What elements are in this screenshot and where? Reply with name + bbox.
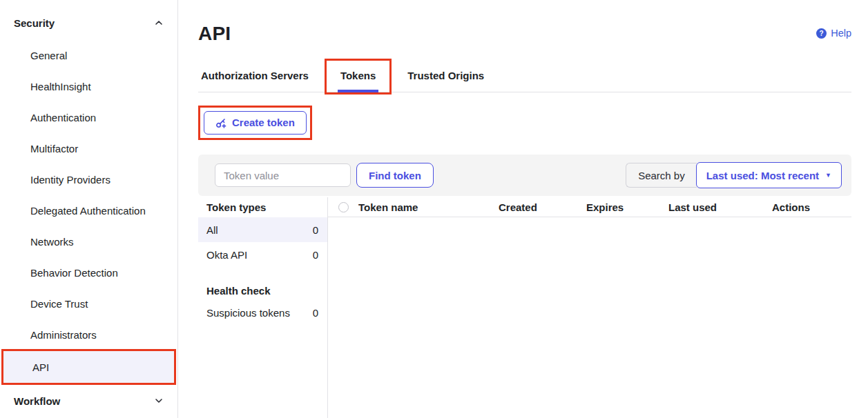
token-type-okta-api-count: 0 xyxy=(313,249,318,261)
token-type-suspicious-tokens[interactable]: Suspicious tokens 0 xyxy=(198,300,327,325)
sidebar-section-workflow[interactable]: Workflow xyxy=(0,392,177,410)
token-type-okta-api-label: Okta API xyxy=(206,249,247,261)
token-type-suspicious-label: Suspicious tokens xyxy=(206,307,290,319)
token-type-all[interactable]: All 0 xyxy=(198,217,327,242)
sidebar-security-items: General HealthInsight Authentication Mul… xyxy=(0,40,177,385)
sidebar-item-multifactor[interactable]: Multifactor xyxy=(0,133,177,164)
search-by-label: Search by xyxy=(626,163,697,188)
sidebar-section-workflow-label: Workflow xyxy=(14,395,60,407)
column-expires: Expires xyxy=(586,201,668,213)
token-type-all-label: All xyxy=(206,224,218,236)
chevron-up-icon xyxy=(154,18,164,28)
sidebar-item-delegated-authentication[interactable]: Delegated Authentication xyxy=(0,195,177,226)
token-types-panel: Token types All 0 Okta API 0 Health chec… xyxy=(198,197,328,418)
tokens-table-header: Token name Created Expires Last used Act… xyxy=(328,197,851,217)
annotation-box-api: API xyxy=(1,349,176,385)
tab-tokens[interactable]: Tokens xyxy=(338,63,378,92)
tab-trusted-origins[interactable]: Trusted Origins xyxy=(405,63,487,92)
chevron-down-icon: ▼ xyxy=(825,172,831,179)
tab-authorization-servers[interactable]: Authorization Servers xyxy=(198,63,311,92)
sidebar-item-administrators[interactable]: Administrators xyxy=(0,319,177,350)
sort-dropdown-value: Last used: Most recent xyxy=(706,170,819,181)
tokens-section: Token types All 0 Okta API 0 Health chec… xyxy=(198,197,851,418)
sidebar-section-security-label: Security xyxy=(14,17,55,29)
health-check-subheader: Health check xyxy=(198,281,327,300)
sidebar-item-general[interactable]: General xyxy=(0,40,177,71)
help-icon: ? xyxy=(816,28,827,39)
tokens-table-body xyxy=(328,217,851,355)
help-link-label: Help xyxy=(831,28,851,39)
sidebar-item-authentication[interactable]: Authentication xyxy=(0,102,177,133)
token-value-input[interactable] xyxy=(215,163,351,187)
tokens-table: Token name Created Expires Last used Act… xyxy=(328,197,851,418)
column-created: Created xyxy=(499,201,586,213)
sidebar-section-security[interactable]: Security xyxy=(0,14,177,32)
sidebar-item-identity-providers[interactable]: Identity Providers xyxy=(0,164,177,195)
help-link[interactable]: ? Help xyxy=(816,28,851,39)
page-header: API ? Help xyxy=(198,23,851,45)
token-type-suspicious-count: 0 xyxy=(313,307,318,319)
token-type-okta-api[interactable]: Okta API 0 xyxy=(198,242,327,267)
filter-bar: Find token Search by Last used: Most rec… xyxy=(198,155,851,196)
annotation-box-create-token: Create token xyxy=(198,106,312,140)
token-type-all-count: 0 xyxy=(313,224,318,236)
chevron-down-icon xyxy=(154,396,164,406)
find-token-button[interactable]: Find token xyxy=(356,163,434,188)
tab-bar: Authorization Servers Tokens Trusted Ori… xyxy=(198,63,851,92)
sidebar: Security General HealthInsight Authentic… xyxy=(0,0,178,418)
select-all-radio[interactable] xyxy=(338,202,349,212)
sidebar-item-device-trust[interactable]: Device Trust xyxy=(0,288,177,319)
column-token-name: Token name xyxy=(358,201,499,213)
sidebar-item-healthinsight[interactable]: HealthInsight xyxy=(0,71,177,102)
sort-dropdown[interactable]: Last used: Most recent ▼ xyxy=(696,162,842,188)
main-content: API ? Help Authorization Servers Tokens … xyxy=(178,0,868,418)
sidebar-item-api[interactable]: API xyxy=(3,351,174,383)
tab-tokens-label: Tokens xyxy=(340,70,376,81)
column-last-used: Last used xyxy=(668,201,772,213)
column-actions: Actions xyxy=(772,201,851,213)
app-window: Security General HealthInsight Authentic… xyxy=(0,0,868,418)
filter-right-group: Search by Last used: Most recent ▼ xyxy=(626,162,842,188)
sidebar-item-behavior-detection[interactable]: Behavior Detection xyxy=(0,257,177,288)
page-title: API xyxy=(198,23,231,45)
create-token-button[interactable]: Create token xyxy=(204,111,307,135)
token-types-header: Token types xyxy=(198,197,327,217)
sidebar-item-networks[interactable]: Networks xyxy=(0,226,177,257)
create-token-label: Create token xyxy=(232,117,295,128)
key-plus-icon xyxy=(215,117,226,128)
